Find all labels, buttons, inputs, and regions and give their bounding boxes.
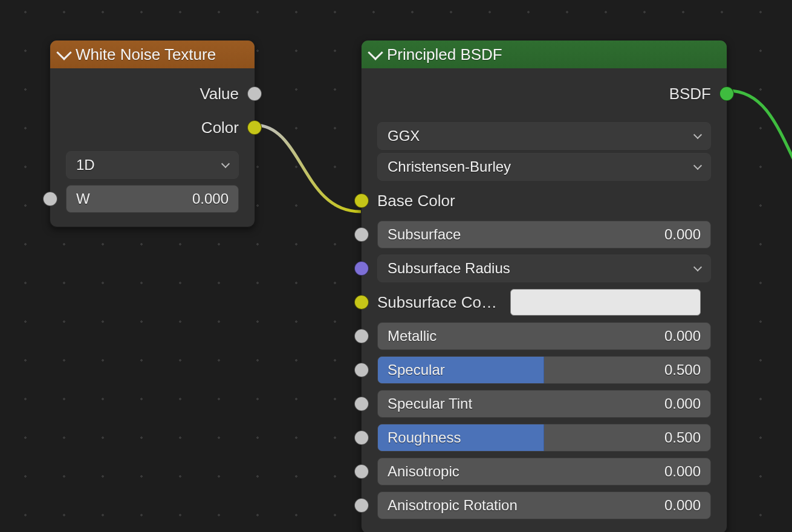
socket-anisotropic-rotation-input[interactable] — [354, 498, 369, 513]
output-value: Value — [50, 77, 255, 111]
node-white-noise-texture[interactable]: White Noise Texture Value Color 1D W 0.0… — [50, 40, 255, 227]
subsurface-color-swatch[interactable] — [510, 289, 701, 316]
dimensions-dropdown[interactable]: 1D — [66, 151, 239, 179]
output-color: Color — [50, 111, 255, 144]
w-slider[interactable]: W 0.000 — [66, 185, 239, 213]
output-bsdf: BSDF — [362, 77, 727, 111]
socket-metallic-input[interactable] — [354, 329, 369, 343]
sss-method-dropdown[interactable]: Christensen-Burley — [377, 153, 711, 181]
distribution-dropdown[interactable]: GGX — [377, 122, 711, 150]
chevron-down-icon — [56, 45, 71, 60]
subsurface-slider[interactable]: Subsurface 0.000 — [377, 221, 711, 248]
subsurface-radius-dropdown[interactable]: Subsurface Radius — [377, 255, 711, 282]
node-principled-bsdf[interactable]: Principled BSDF BSDF GGX Christensen-Bur… — [361, 40, 727, 532]
anisotropic-slider[interactable]: Anisotropic 0.000 — [377, 458, 711, 485]
roughness-slider[interactable]: Roughness 0.500 — [377, 424, 711, 452]
chevron-down-icon — [693, 130, 702, 138]
socket-color-output[interactable] — [247, 120, 262, 135]
socket-specular-tint-input[interactable] — [354, 397, 369, 411]
socket-subsurface-radius-input[interactable] — [354, 261, 369, 276]
chevron-down-icon — [221, 159, 230, 167]
chevron-down-icon — [368, 45, 383, 60]
socket-value-output[interactable] — [247, 86, 262, 101]
node-header[interactable]: Principled BSDF — [362, 41, 727, 68]
chevron-down-icon — [693, 161, 702, 169]
anisotropic-rotation-slider[interactable]: Anisotropic Rotation 0.000 — [377, 491, 711, 519]
subsurface-color-label: Subsurface Co… — [377, 293, 510, 312]
node-title: White Noise Texture — [76, 45, 216, 64]
socket-roughness-input[interactable] — [354, 430, 369, 445]
input-base-color: Base Color — [362, 184, 727, 218]
socket-subsurface-color-input[interactable] — [354, 295, 369, 310]
chevron-down-icon — [693, 262, 702, 271]
socket-subsurface-input[interactable] — [354, 227, 369, 242]
specular-tint-slider[interactable]: Specular Tint 0.000 — [377, 390, 711, 418]
socket-base-color-input[interactable] — [354, 193, 369, 208]
specular-slider[interactable]: Specular 0.500 — [377, 356, 711, 384]
node-header[interactable]: White Noise Texture — [50, 41, 255, 68]
socket-bsdf-output[interactable] — [719, 86, 734, 101]
socket-specular-input[interactable] — [354, 363, 369, 377]
socket-w-input[interactable] — [43, 192, 57, 206]
metallic-slider[interactable]: Metallic 0.000 — [377, 322, 711, 350]
node-title: Principled BSDF — [387, 45, 502, 64]
socket-anisotropic-input[interactable] — [354, 464, 369, 479]
